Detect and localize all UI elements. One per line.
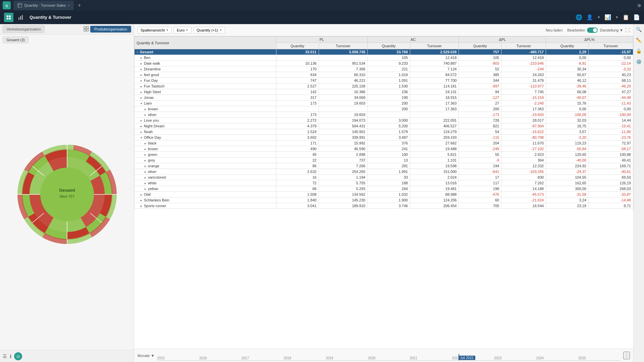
table-row[interactable]: ▼Liam17319.60320017.36327-2.24015,76-11,… bbox=[135, 101, 633, 106]
table-row[interactable]: ►orange867.26628119.59819412.332224,9216… bbox=[135, 163, 633, 169]
expand-icon[interactable]: ► bbox=[140, 56, 143, 60]
bearbeiten-toggle[interactable] bbox=[587, 27, 598, 33]
collapse-icon[interactable]: ▼ bbox=[136, 51, 139, 54]
chart-active-button[interactable]: ◎ bbox=[14, 352, 22, 360]
table-row[interactable]: ►Night Dream4.379504.4315.200406.527821-… bbox=[135, 123, 633, 129]
expand-icon[interactable]: ► bbox=[144, 113, 147, 117]
cell-turn_pl: 254.265 bbox=[319, 169, 368, 175]
tab-vertrieb[interactable]: Vertriebsorganisation bbox=[3, 25, 45, 33]
timeline-highlight[interactable]: Juli 2022 bbox=[459, 356, 475, 360]
table-row[interactable]: ►Dreamline1707.3682217.12452-24430,34-3,… bbox=[135, 66, 633, 72]
expand-icon[interactable]: ► bbox=[140, 62, 143, 65]
expand-icon[interactable]: ► bbox=[140, 79, 143, 82]
cell-turn_ac: 19.598 bbox=[410, 163, 459, 169]
table-row[interactable]: ►black17115.99237627.66220411.670119,237… bbox=[135, 140, 633, 146]
spaltenansicht-button[interactable]: Spaltenansicht ▼ bbox=[138, 27, 172, 34]
produktorganisation-tab[interactable]: Produktorganisation bbox=[90, 26, 131, 33]
table-row[interactable]: ►High Steel14216.38623624.131947.74566,0… bbox=[135, 89, 633, 95]
collapse-icon[interactable]: ▼ bbox=[140, 102, 143, 105]
quantity-filter-button[interactable]: Quantity (+1) ▼ bbox=[194, 27, 225, 34]
table-row[interactable]: ▼Gesamt33.0113.009.74533.7682.529.028757… bbox=[135, 49, 633, 55]
neu-laden-button[interactable]: Neu laden bbox=[543, 27, 565, 33]
sidebar-edit-icon[interactable]: ✏️ bbox=[636, 38, 642, 43]
sidebar-lock-icon[interactable]: 🔒 bbox=[636, 48, 642, 54]
expand-icon[interactable]: ► bbox=[140, 204, 143, 208]
expand-icon[interactable]: ► bbox=[144, 147, 147, 151]
table-row[interactable]: ►white725.75518813.0161177.262162,65126,… bbox=[135, 180, 633, 186]
table-row[interactable]: ►Date walk10.136951.5349.233740.887-903-… bbox=[135, 61, 633, 66]
timeline-scrubber[interactable] bbox=[459, 354, 459, 361]
data-table-container[interactable]: Quantity & Turnover PL AC ΔPL ΔPL% Quant… bbox=[134, 36, 633, 349]
table-row[interactable]: ►Jonas31734.06919018.915-127-15.154-40,0… bbox=[135, 95, 633, 101]
table-row[interactable]: ►Fun Tastisch2.527225.1581.530114.181-99… bbox=[135, 83, 633, 89]
expand-icon[interactable]: ► bbox=[140, 125, 143, 128]
table-row[interactable]: ►feel good63460.3101.01984.57238524.2636… bbox=[135, 72, 633, 78]
table-row[interactable]: ►silver2.632254.2651.991151.000-641-103.… bbox=[135, 169, 633, 175]
expand-icon[interactable]: ► bbox=[140, 90, 143, 94]
table-row[interactable]: ►yellow665.29326419.48119814.188300,0026… bbox=[135, 186, 633, 192]
table-row[interactable]: ►Ben10512.41810512.4180,000,00 bbox=[135, 55, 633, 61]
expand-icon[interactable]: ► bbox=[140, 73, 143, 77]
table-row[interactable]: ►Fun Day74746.2211.09177.70034431.47946,… bbox=[135, 78, 633, 83]
table-row[interactable]: ►Olaf1.508134.5621.03288.988-476-45.573-… bbox=[135, 192, 633, 197]
cell-turn_ac: 259.193 bbox=[410, 135, 459, 140]
expand-icon[interactable]: ► bbox=[140, 193, 143, 196]
table-row[interactable]: ►brown20017.36320017.3630,000,00 bbox=[135, 106, 633, 112]
months-button[interactable]: Monate ▼ bbox=[138, 354, 155, 358]
expand-icon[interactable]: ► bbox=[144, 153, 147, 157]
gesamt-badge[interactable]: Gesamt (3) bbox=[3, 37, 29, 43]
table-row[interactable]: ►grey22737131.101-9364-40,0049,41 bbox=[135, 158, 633, 163]
sunburst-chart[interactable]: Gesamt Wert 757 bbox=[12, 139, 122, 250]
doc-icon[interactable]: 📄 bbox=[633, 14, 640, 20]
cell-qty_dpl_pct: -100,00 bbox=[546, 112, 589, 118]
expand-icon[interactable]: ► bbox=[140, 68, 143, 71]
expand-icon[interactable]: ► bbox=[144, 159, 147, 162]
expand-button[interactable]: ⛶ bbox=[625, 27, 630, 33]
table-row[interactable]: ►Love you2.272194.0733.000222.09172828.0… bbox=[135, 118, 633, 123]
table-row[interactable]: ►Schlankes Bein1.840145.2301.900124.2066… bbox=[135, 197, 633, 203]
expand-icon[interactable]: ► bbox=[140, 199, 143, 202]
expand-icon[interactable]: ► bbox=[144, 165, 147, 168]
main-tab[interactable]: Quantity · Turnover Sales × bbox=[13, 1, 74, 10]
add-tab-button[interactable]: + bbox=[78, 2, 81, 8]
expand-icon[interactable]: ► bbox=[144, 176, 147, 179]
sidebar-settings-icon[interactable]: ⚙️ bbox=[636, 59, 642, 64]
grid-view-button[interactable] bbox=[4, 13, 13, 22]
timeline-more-button[interactable]: ⋮ bbox=[623, 352, 630, 359]
expand-icon[interactable]: ► bbox=[144, 170, 147, 174]
table-row[interactable]: ►silver17319.603-173-19.603-100,00-100,0… bbox=[135, 112, 633, 118]
darstellung-button[interactable]: Darstellung ▼ bbox=[600, 28, 623, 32]
expand-icon[interactable]: ► bbox=[140, 130, 143, 134]
collapse-icon[interactable]: ▼ bbox=[140, 136, 143, 139]
cell-qty_ac: 1.530 bbox=[368, 83, 410, 89]
window-maximize-icon[interactable]: ⊕ bbox=[637, 3, 641, 8]
expand-icon[interactable]: ► bbox=[144, 142, 147, 145]
user-icon[interactable]: 👤 bbox=[586, 14, 593, 20]
sidebar-search-icon[interactable]: 🔍 bbox=[636, 27, 642, 32]
timeline-bar[interactable]: 2015 2016 2017 2018 2019 2020 2021 2022 … bbox=[157, 351, 621, 361]
close-tab-button[interactable]: × bbox=[68, 4, 70, 7]
expand-icon[interactable]: ► bbox=[144, 108, 147, 111]
globe-icon[interactable]: 🌐 bbox=[576, 14, 582, 20]
col-turn-dpl-pct: Turnover bbox=[588, 43, 633, 49]
expand-icon[interactable]: ► bbox=[140, 119, 143, 122]
svg-text:Q: Q bbox=[5, 4, 8, 7]
expand-icon[interactable]: ► bbox=[140, 85, 143, 88]
table-row[interactable]: ▼Office Day3.602339.9913.487259.193-115-… bbox=[135, 135, 633, 140]
table-row[interactable]: ►Sports runner3.041189.9103.746206.45470… bbox=[135, 203, 633, 209]
table-row[interactable]: ►Noah1.524140.9011.579124.27954-16.6223,… bbox=[135, 129, 633, 135]
cell-turn_ac: 2.529.028 bbox=[410, 49, 459, 55]
table-row[interactable]: ►brown49046.59024119.488-249-27.102-50,8… bbox=[135, 146, 633, 152]
expand-icon[interactable]: ► bbox=[144, 187, 147, 191]
grid-small-icon[interactable] bbox=[84, 26, 89, 32]
export-icon[interactable]: 📊 bbox=[604, 14, 611, 20]
copy-icon[interactable]: 📋 bbox=[623, 14, 629, 20]
euro-button[interactable]: Euro ▼ bbox=[174, 27, 192, 34]
table-row[interactable]: ►green452.8981005.821552.923120,65100,88 bbox=[135, 152, 633, 158]
info-button[interactable]: ℹ bbox=[10, 354, 11, 359]
chart-view-button[interactable] bbox=[16, 13, 25, 22]
expand-icon[interactable]: ► bbox=[140, 96, 143, 100]
list-view-button[interactable]: ☰ bbox=[3, 354, 7, 359]
table-row[interactable]: ►varicolored161.194332.02417830104,5569,… bbox=[135, 175, 633, 180]
expand-icon[interactable]: ► bbox=[144, 182, 147, 185]
